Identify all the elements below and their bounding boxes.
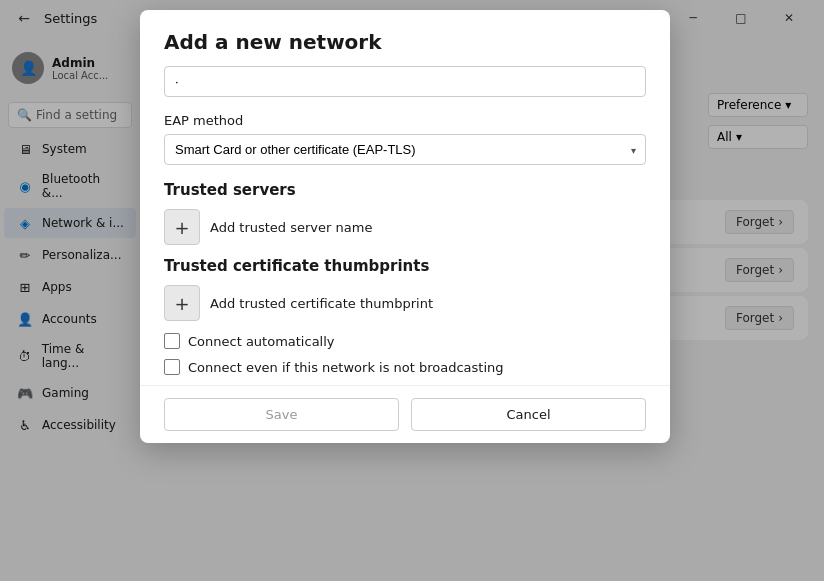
cancel-button[interactable]: Cancel <box>411 398 646 431</box>
add-trusted-server-label: Add trusted server name <box>210 220 372 235</box>
connect-hidden-row: Connect even if this network is not broa… <box>164 359 646 375</box>
connect-auto-checkbox[interactable] <box>164 333 180 349</box>
trusted-servers-title: Trusted servers <box>164 181 646 199</box>
connect-hidden-checkbox[interactable] <box>164 359 180 375</box>
network-name-input[interactable] <box>164 66 646 97</box>
connect-hidden-label: Connect even if this network is not broa… <box>188 360 504 375</box>
add-trusted-cert-label: Add trusted certificate thumbprint <box>210 296 433 311</box>
dialog-header: Add a new network <box>140 10 670 66</box>
add-trusted-server-row: + Add trusted server name <box>164 209 646 245</box>
connect-auto-label: Connect automatically <box>188 334 335 349</box>
dialog-footer: Save Cancel <box>140 385 670 443</box>
connect-auto-row: Connect automatically <box>164 333 646 349</box>
add-trusted-cert-row: + Add trusted certificate thumbprint <box>164 285 646 321</box>
add-network-dialog: Add a new network EAP method Smart Card … <box>140 10 670 443</box>
dialog-title: Add a new network <box>164 30 382 54</box>
network-name-field-group <box>164 66 646 97</box>
eap-method-select-wrapper: Smart Card or other certificate (EAP-TLS… <box>164 134 646 165</box>
add-trusted-server-button[interactable]: + <box>164 209 200 245</box>
add-trusted-cert-button[interactable]: + <box>164 285 200 321</box>
eap-method-field-group: EAP method Smart Card or other certifica… <box>164 113 646 165</box>
eap-method-select[interactable]: Smart Card or other certificate (EAP-TLS… <box>164 134 646 165</box>
eap-method-label: EAP method <box>164 113 646 128</box>
trusted-certs-title: Trusted certificate thumbprints <box>164 257 646 275</box>
save-button: Save <box>164 398 399 431</box>
dialog-body: EAP method Smart Card or other certifica… <box>140 66 670 385</box>
